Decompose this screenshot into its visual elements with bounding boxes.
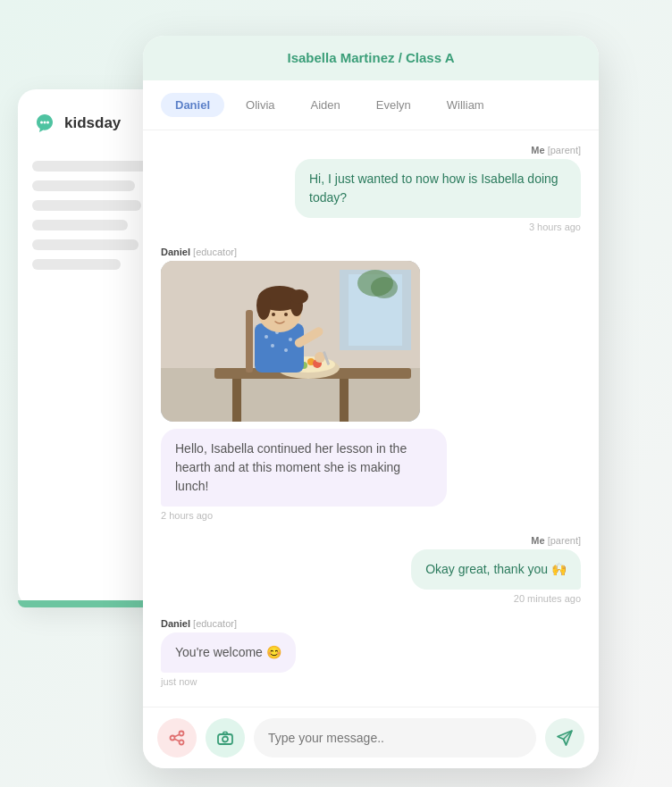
- chat-header: Isabella Martinez / Class A: [143, 36, 599, 80]
- tab-william[interactable]: William: [433, 93, 499, 117]
- share-button[interactable]: [157, 718, 197, 758]
- sender-role: [parent]: [548, 535, 581, 546]
- svg-rect-34: [246, 310, 253, 373]
- input-area: [143, 707, 599, 768]
- svg-point-2: [46, 121, 49, 124]
- svg-point-37: [180, 741, 184, 745]
- message-group-me-2: Me [parent] Okay great, thank you 🙌 20 m…: [161, 535, 581, 604]
- sender-name: Daniel: [161, 247, 190, 257]
- send-icon: [556, 729, 574, 747]
- svg-point-29: [272, 313, 275, 316]
- svg-line-38: [174, 734, 180, 737]
- svg-point-0: [40, 121, 43, 124]
- svg-point-1: [44, 121, 46, 124]
- timestamp-me-1: 3 hours ago: [529, 222, 581, 232]
- sender-label-daniel-1: Daniel [educator]: [161, 247, 237, 257]
- message-group-daniel-2: Daniel [educator] You're welcome 😊 just …: [161, 618, 581, 687]
- svg-point-35: [171, 736, 175, 741]
- sidebar-nav-item[interactable]: [32, 259, 121, 270]
- svg-point-8: [371, 277, 398, 298]
- sender-label-me-1: Me [parent]: [531, 145, 581, 155]
- sender-role: [parent]: [548, 145, 581, 155]
- svg-line-39: [174, 739, 180, 741]
- sidebar-nav-item[interactable]: [32, 180, 135, 191]
- message-bubble-me-2: Okay great, thank you 🙌: [411, 549, 581, 590]
- message-image: [161, 261, 420, 422]
- sidebar-nav-item[interactable]: [32, 161, 148, 172]
- svg-point-30: [284, 313, 288, 316]
- tab-olivia[interactable]: Olivia: [231, 93, 290, 117]
- camera-icon: [216, 729, 234, 747]
- messages-area[interactable]: Me [parent] Hi, I just wanted to now how…: [143, 130, 599, 707]
- kidsday-logo-icon: [32, 111, 57, 136]
- sidebar-nav-item[interactable]: [32, 200, 141, 211]
- svg-point-36: [180, 732, 184, 736]
- sender-role: [educator]: [193, 247, 237, 257]
- svg-rect-10: [232, 379, 241, 422]
- message-bubble-daniel-1: Hello, Isabella continued her lesson in …: [161, 429, 447, 507]
- chat-header-title: Isabella Martinez / Class A: [287, 50, 454, 65]
- camera-button[interactable]: [206, 718, 245, 758]
- svg-point-19: [265, 335, 268, 339]
- sender-name: Me: [531, 145, 544, 155]
- svg-point-26: [256, 291, 271, 320]
- svg-point-28: [290, 289, 308, 304]
- sidebar-nav-item[interactable]: [32, 220, 128, 230]
- tabs-row: Daniel Olivia Aiden Evelyn William: [143, 80, 599, 130]
- message-bubble-me-1: Hi, I just wanted to now how is Isabella…: [295, 159, 581, 218]
- sender-role: [educator]: [193, 618, 237, 629]
- chat-card: Isabella Martinez / Class A Daniel Olivi…: [143, 36, 599, 768]
- timestamp-me-2: 20 minutes ago: [514, 593, 581, 604]
- message-group-daniel-1: Daniel [educator]: [161, 247, 581, 521]
- tab-daniel[interactable]: Daniel: [161, 93, 224, 117]
- sender-name: Me: [531, 535, 544, 546]
- child-eating-illustration: [161, 261, 420, 422]
- logo-text: kidsday: [64, 114, 121, 132]
- svg-rect-11: [340, 379, 349, 422]
- sender-label-daniel-2: Daniel [educator]: [161, 618, 237, 629]
- svg-point-41: [223, 737, 228, 742]
- message-group-me-1: Me [parent] Hi, I just wanted to now how…: [161, 145, 581, 232]
- app-scene: kidsday Isabella Martinez / Class A Dani…: [0, 0, 672, 787]
- tab-aiden[interactable]: Aiden: [297, 93, 355, 117]
- sender-label-me-2: Me [parent]: [531, 535, 581, 546]
- sidebar-nav-item[interactable]: [32, 239, 139, 250]
- timestamp-daniel-1: 2 hours ago: [161, 510, 213, 521]
- tab-evelyn[interactable]: Evelyn: [362, 93, 425, 117]
- message-input[interactable]: [254, 718, 536, 758]
- message-bubble-daniel-2: You're welcome 😊: [161, 632, 296, 673]
- svg-point-22: [271, 344, 274, 347]
- share-icon: [168, 729, 186, 747]
- send-button[interactable]: [545, 718, 584, 758]
- svg-point-23: [284, 348, 288, 352]
- svg-point-21: [289, 338, 292, 341]
- sender-name: Daniel: [161, 618, 190, 629]
- timestamp-daniel-2: just now: [161, 676, 197, 687]
